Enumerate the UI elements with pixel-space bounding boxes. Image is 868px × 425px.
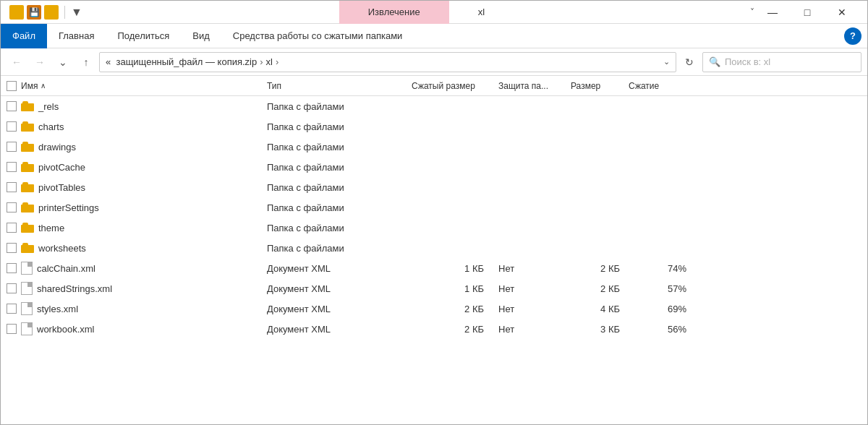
- forward-button[interactable]: →: [30, 52, 50, 72]
- search-box[interactable]: 🔍 Поиск в: xl: [702, 52, 861, 72]
- row-check[interactable]: [7, 182, 21, 192]
- extraction-tab[interactable]: Извлечение: [339, 1, 449, 24]
- header-type[interactable]: Тип: [267, 81, 412, 91]
- folder-icon: [21, 142, 34, 152]
- row-check[interactable]: [7, 283, 21, 293]
- file-protect: Нет: [498, 283, 571, 294]
- folder-icon: [21, 101, 34, 111]
- menu-tab-view[interactable]: Вид: [181, 24, 221, 48]
- table-row[interactable]: charts Папка с файлами: [1, 116, 867, 137]
- file-size: 3 КБ: [571, 324, 629, 335]
- menu-tab-file[interactable]: Файл: [1, 24, 47, 48]
- table-row[interactable]: _rels Папка с файлами: [1, 96, 867, 116]
- row-checkbox[interactable]: [7, 304, 17, 314]
- recent-button[interactable]: ⌄: [53, 52, 73, 72]
- row-checkbox[interactable]: [7, 142, 17, 152]
- row-checkbox[interactable]: [7, 121, 17, 132]
- file-name: workbook.xml: [21, 322, 267, 335]
- row-check[interactable]: [7, 263, 21, 273]
- file-compress: 69%: [629, 304, 686, 314]
- close-button[interactable]: ✕: [825, 1, 859, 24]
- file-name: _rels: [21, 101, 267, 112]
- file-compress: 74%: [629, 263, 686, 274]
- row-check[interactable]: [7, 243, 21, 253]
- address-box[interactable]: « защищенный_файл — копия.zip › xl › ⌄: [99, 52, 676, 72]
- row-checkbox[interactable]: [7, 283, 17, 293]
- file-size: 2 КБ: [571, 283, 629, 294]
- row-checkbox[interactable]: [7, 202, 17, 212]
- table-row[interactable]: printerSettings Папка с файлами: [1, 197, 867, 218]
- table-row[interactable]: sharedStrings.xml Документ XML 1 КБ Нет …: [1, 278, 867, 299]
- table-row[interactable]: drawings Папка с файлами: [1, 137, 867, 157]
- file-name-label: _rels: [38, 101, 59, 112]
- folder-icon: [21, 121, 34, 132]
- pin-icon[interactable]: ▼: [71, 6, 82, 19]
- file-type: Папка с файлами: [267, 223, 412, 233]
- file-name: charts: [21, 121, 267, 132]
- header-size[interactable]: Размер: [571, 81, 629, 91]
- file-name-label: sharedStrings.xml: [37, 283, 112, 294]
- table-row[interactable]: worksheets Папка с файлами: [1, 238, 867, 258]
- row-checkbox[interactable]: [7, 263, 17, 273]
- address-sep2: ›: [276, 56, 278, 67]
- select-all-checkbox[interactable]: [7, 81, 17, 91]
- row-checkbox[interactable]: [7, 223, 17, 233]
- header-name[interactable]: Имя ∧: [21, 81, 267, 91]
- file-name-label: printerSettings: [38, 202, 99, 213]
- menu-tab-share[interactable]: Поделиться: [106, 24, 181, 48]
- row-check[interactable]: [7, 121, 21, 132]
- up-button[interactable]: ↑: [76, 52, 96, 72]
- address-dropdown-icon[interactable]: ⌄: [663, 57, 670, 66]
- table-row[interactable]: pivotCache Папка с файлами: [1, 157, 867, 177]
- row-check[interactable]: [7, 304, 21, 314]
- row-check[interactable]: [7, 223, 21, 233]
- file-compress: 57%: [629, 283, 686, 294]
- row-check[interactable]: [7, 142, 21, 152]
- row-checkbox[interactable]: [7, 243, 17, 253]
- addressbar: ← → ⌄ ↑ « защищенный_файл — копия.zip › …: [1, 48, 867, 76]
- menu-tab-home[interactable]: Главная: [47, 24, 106, 48]
- header-protect[interactable]: Защита па...: [498, 81, 571, 91]
- folder-icon: [21, 162, 34, 172]
- maximize-button[interactable]: □: [791, 1, 824, 24]
- row-checkbox[interactable]: [7, 324, 17, 334]
- row-check[interactable]: [7, 162, 21, 172]
- row-check[interactable]: [7, 101, 21, 111]
- table-row[interactable]: pivotTables Папка с файлами: [1, 177, 867, 197]
- help-button[interactable]: ?: [844, 27, 861, 45]
- table-row[interactable]: workbook.xml Документ XML 2 КБ Нет 3 КБ …: [1, 319, 867, 339]
- file-name: pivotTables: [21, 182, 267, 193]
- row-checkbox[interactable]: [7, 101, 17, 111]
- table-row[interactable]: styles.xml Документ XML 2 КБ Нет 4 КБ 69…: [1, 299, 867, 319]
- menu-right: ?: [844, 27, 867, 45]
- file-type: Документ XML: [267, 324, 412, 335]
- file-name: printerSettings: [21, 202, 267, 213]
- file-name-label: styles.xml: [37, 304, 78, 314]
- row-check[interactable]: [7, 324, 21, 334]
- file-icon: [21, 302, 33, 315]
- table-row[interactable]: theme Папка с файлами: [1, 218, 867, 238]
- file-type: Папка с файлами: [267, 121, 412, 132]
- file-icon: [21, 262, 33, 275]
- header-compsize[interactable]: Сжатый размер: [412, 81, 498, 91]
- file-name-label: theme: [38, 223, 64, 233]
- header-compress[interactable]: Сжатие: [629, 81, 686, 91]
- header-check[interactable]: [7, 81, 21, 91]
- back-button[interactable]: ←: [7, 52, 27, 72]
- chevron-icon[interactable]: ˅: [750, 7, 754, 17]
- table-row[interactable]: calcChain.xml Документ XML 1 КБ Нет 2 КБ…: [1, 258, 867, 278]
- row-checkbox[interactable]: [7, 182, 17, 192]
- window: 💾 ▼ Извлечение xl ˅ — □ ✕ Файл Главная П…: [0, 0, 868, 425]
- refresh-button[interactable]: ↻: [679, 52, 699, 72]
- header-name-label: Имя: [21, 81, 38, 91]
- minimize-button[interactable]: —: [756, 1, 789, 24]
- row-checkbox[interactable]: [7, 162, 17, 172]
- save-icon-title: 💾: [27, 5, 41, 20]
- search-placeholder: Поиск в: xl: [725, 56, 770, 67]
- file-name-label: charts: [38, 121, 64, 132]
- file-compress: 56%: [629, 324, 686, 335]
- folder-icon2-title: [44, 5, 59, 20]
- file-type: Папка с файлами: [267, 142, 412, 153]
- file-name-label: workbook.xml: [37, 324, 94, 335]
- row-check[interactable]: [7, 202, 21, 212]
